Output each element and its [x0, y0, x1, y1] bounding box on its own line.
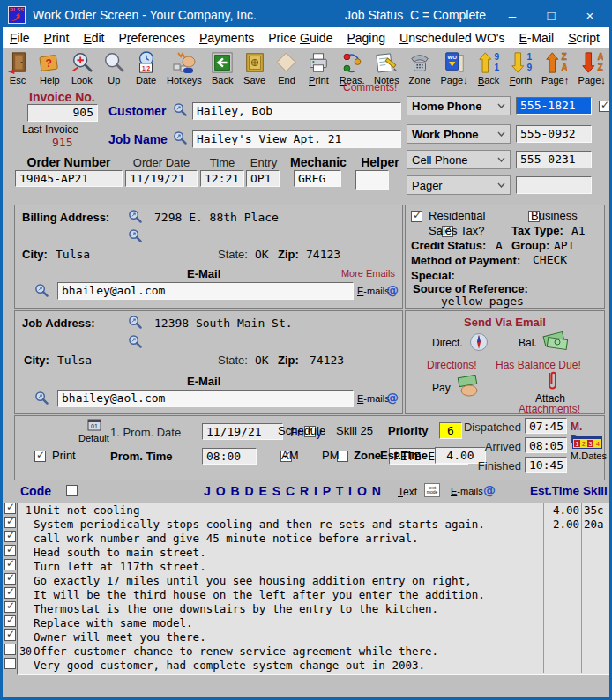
customer-field[interactable]: Hailey, Bob	[192, 102, 401, 120]
toolbar-save-button[interactable]: Save	[243, 49, 266, 90]
toolbar-pageup-za-button[interactable]: ZA Page↑	[541, 49, 569, 90]
cell-phone-field[interactable]: 555-0231	[516, 151, 592, 168]
prom-time-field[interactable]: 08:00	[202, 448, 257, 465]
menu-item[interactable]: Remind	[607, 31, 612, 45]
money-bills-icon[interactable]	[542, 329, 569, 352]
job-description-row[interactable]: It will be the third house on the left a…	[18, 588, 611, 602]
menu-item[interactable]: Print	[37, 31, 77, 45]
menu-item[interactable]: Payments	[192, 31, 261, 45]
job-description-row[interactable]: System periodically stops cooling and th…	[18, 518, 611, 532]
billing-emails-link[interactable]: E-mails	[357, 286, 390, 296]
job-address-lookup-icon[interactable]	[128, 315, 143, 330]
job-description-row[interactable]: Replace with same model.	[18, 616, 611, 630]
maximize-button[interactable]: □	[532, 3, 571, 27]
directions-link[interactable]: Directions!	[427, 359, 477, 371]
paperclip-icon[interactable]	[545, 369, 559, 392]
menu-item[interactable]: Price Guide	[261, 31, 340, 45]
billing-address-lookup-icon[interactable]	[128, 209, 143, 224]
job-description-row[interactable]: Owner will meet you there.	[18, 630, 611, 644]
toolbar-end-button[interactable]: End	[275, 49, 298, 90]
m-dates-label[interactable]: M.Dates	[571, 451, 607, 461]
toolbar-look-button[interactable]: Look	[71, 49, 93, 90]
toolbar-back-page-button[interactable]: 91 Back	[477, 49, 500, 90]
customer-lookup-icon[interactable]	[173, 102, 188, 117]
job-name-lookup-icon[interactable]	[173, 130, 188, 145]
billing-email-lookup-icon[interactable]	[34, 283, 49, 298]
entry-field[interactable]: OP1	[246, 170, 280, 187]
job-email-at-icon[interactable]: @	[386, 391, 399, 405]
menu-item[interactable]: Unscheduled WO's	[392, 31, 511, 45]
job-description-row[interactable]: Head south to main street.	[18, 546, 611, 560]
has-balance-due-link[interactable]: Has Balance Due!	[496, 359, 581, 371]
billing-address2-lookup-icon[interactable]	[128, 228, 143, 243]
row-checkbox[interactable]	[4, 517, 16, 528]
toolbar-esc-button[interactable]: Esc	[6, 49, 29, 90]
job-description-row[interactable]: Very good customer, had complete system …	[18, 659, 611, 673]
work-phone-field[interactable]: 555-0932	[516, 125, 592, 143]
job-state-value[interactable]: OK	[255, 354, 269, 367]
jobdesc-email-at-icon[interactable]: @	[483, 483, 496, 497]
prom-date-field[interactable]: 11/19/21	[202, 423, 283, 440]
helper-field[interactable]	[355, 170, 389, 190]
toolbar-help-button[interactable]: ? Help	[38, 49, 61, 90]
menu-item[interactable]: Preferences	[112, 31, 193, 45]
residential-checkbox[interactable]	[411, 211, 422, 222]
m-days-calendar-icon[interactable]: 1234	[572, 436, 602, 449]
toolbar-zone-button[interactable]: Zone	[408, 49, 431, 90]
home-phone-field[interactable]: 555-1821	[516, 97, 592, 115]
menu-item[interactable]: Script	[561, 31, 607, 45]
toolbar-pagedown-book-button[interactable]: WO Page↓	[441, 49, 468, 90]
job-zip-value[interactable]: 74123	[310, 354, 344, 367]
menu-item[interactable]: File	[3, 31, 37, 45]
payment-method-value[interactable]: CHECK	[533, 253, 567, 266]
job-description-row[interactable]: 30 Offer customer chance to renew servic…	[18, 644, 611, 659]
row-checkbox[interactable]	[4, 601, 16, 613]
toolbar-pagedown-az-button[interactable]: AZ Page↓	[578, 49, 606, 90]
job-email-field[interactable]: bhailey@aol.com	[57, 390, 354, 407]
billing-email-at-icon[interactable]: @	[386, 283, 399, 297]
comments-indicator[interactable]: Comments!	[343, 81, 397, 93]
job-description-row[interactable]: Thermostat is the one downstairs by the …	[18, 602, 611, 616]
arrived-field[interactable]: 08:05	[525, 437, 567, 453]
pay-money-hand-icon[interactable]	[455, 375, 481, 398]
job-description-row[interactable]: 1 Unit not cooling 4.00 35c	[18, 503, 611, 518]
toolbar-date-button[interactable]: 1/2 Date	[135, 49, 158, 90]
menu-item[interactable]: E-Mail	[511, 31, 561, 45]
source-of-reference-value[interactable]: yellow pages	[441, 294, 524, 308]
row-checkbox[interactable]	[4, 644, 16, 655]
billing-zip-value[interactable]: 74123	[306, 248, 340, 261]
dispatched-field[interactable]: 07:45	[525, 418, 567, 434]
toolbar-print-button[interactable]: Print	[307, 49, 330, 90]
row-checkbox[interactable]	[4, 615, 16, 627]
default-date-icon[interactable]: 01	[87, 419, 101, 432]
phone-type-dropdown-3[interactable]: Cell Phone	[407, 150, 511, 169]
group-value[interactable]: APT	[554, 239, 574, 252]
home-phone-checkbox[interactable]	[599, 101, 610, 112]
job-description-row[interactable]: Turn left at 117th street.	[18, 560, 611, 574]
row-checkbox[interactable]	[4, 545, 16, 556]
toolbar-back-button[interactable]: Back	[211, 49, 234, 90]
job-description-row[interactable]: Go exactly 17 miles until you see housin…	[18, 574, 611, 588]
job-address2-lookup-icon[interactable]	[128, 334, 143, 349]
row-checkbox[interactable]	[4, 531, 16, 542]
row-checkbox[interactable]	[4, 587, 16, 599]
pager-field[interactable]	[516, 176, 592, 194]
code-header-checkbox[interactable]	[66, 485, 78, 496]
billing-email-field[interactable]: bhailey@aol.com	[57, 282, 354, 300]
compass-icon[interactable]	[469, 332, 489, 352]
order-number-field[interactable]: 19045-AP21	[15, 170, 123, 187]
priority-field[interactable]: 6	[439, 422, 462, 439]
attachments-link[interactable]: Attachments!	[519, 403, 580, 415]
row-checkbox[interactable]	[4, 559, 16, 570]
invoice-number-field[interactable]: 905	[27, 104, 98, 122]
close-button[interactable]: ×	[571, 3, 609, 27]
job-description-row[interactable]: call work number and give 45 minute noti…	[18, 532, 611, 546]
text-toggle[interactable]: Text	[398, 486, 417, 498]
row-checkbox[interactable]	[4, 658, 16, 669]
job-city-value[interactable]: Tulsa	[57, 354, 92, 367]
row-checkbox[interactable]	[4, 573, 16, 585]
phone-type-dropdown-1[interactable]: Home Phone	[407, 96, 511, 115]
toolbar-forth-page-button[interactable]: 19 Forth	[510, 49, 533, 90]
phone-type-dropdown-4[interactable]: Pager	[407, 175, 511, 195]
menu-item[interactable]: Edit	[76, 31, 111, 45]
